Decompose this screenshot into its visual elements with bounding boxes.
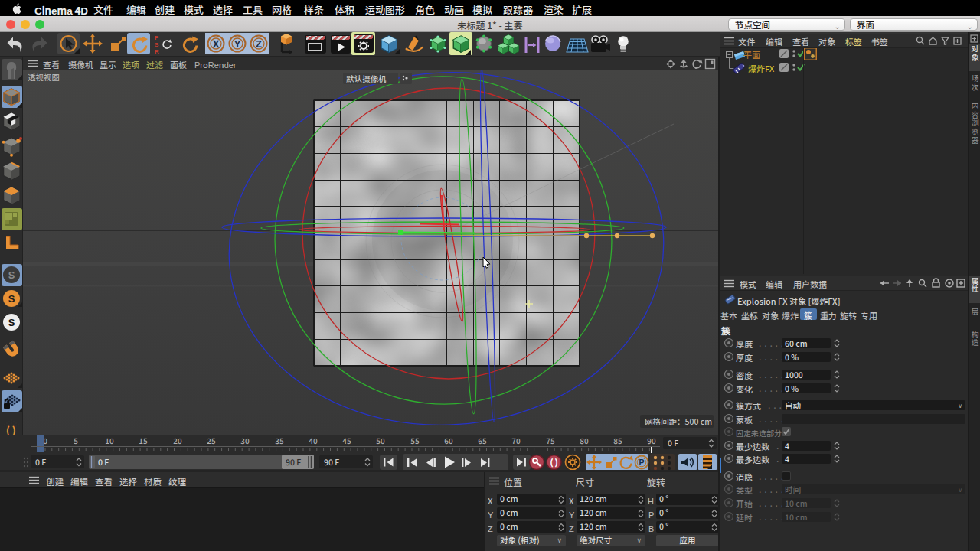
svg-text:5: 5 xyxy=(74,435,78,446)
svg-text:80: 80 xyxy=(580,435,589,446)
svg-text:0 F: 0 F xyxy=(35,456,46,468)
svg-text:30: 30 xyxy=(240,435,250,446)
svg-text:60: 60 xyxy=(444,435,453,446)
svg-text:X: X xyxy=(212,36,219,51)
svg-text:10: 10 xyxy=(105,435,114,446)
svg-text:90 F: 90 F xyxy=(286,456,301,468)
svg-text:15: 15 xyxy=(139,435,148,446)
svg-text:40: 40 xyxy=(309,435,318,446)
svg-text:网格间距：500 cm: 网格间距：500 cm xyxy=(645,416,712,427)
svg-text:20: 20 xyxy=(173,435,182,446)
svg-text:Y: Y xyxy=(234,36,241,51)
svg-text:55: 55 xyxy=(410,435,420,446)
svg-text:S: S xyxy=(8,315,15,329)
svg-text:0 F: 0 F xyxy=(98,456,109,468)
svg-text:45: 45 xyxy=(342,435,351,446)
svg-text:70: 70 xyxy=(511,435,521,446)
svg-text:Z: Z xyxy=(256,36,262,51)
svg-text:50: 50 xyxy=(376,435,385,446)
svg-text:85: 85 xyxy=(613,435,622,446)
svg-text:0 F: 0 F xyxy=(668,437,678,448)
svg-text:透视视图: 透视视图 xyxy=(28,71,60,83)
svg-text:90: 90 xyxy=(647,435,656,446)
svg-text:R: R xyxy=(155,47,159,55)
svg-text:25: 25 xyxy=(207,435,216,446)
svg-text:S: S xyxy=(8,267,15,282)
svg-text:S: S xyxy=(8,291,15,305)
svg-text:P: P xyxy=(639,456,644,468)
svg-text:65: 65 xyxy=(478,435,487,446)
svg-text:默认摄像机: 默认摄像机 xyxy=(346,73,387,84)
svg-text:75: 75 xyxy=(546,435,555,446)
svg-text:( ): ( ) xyxy=(550,455,557,468)
svg-text:35: 35 xyxy=(275,435,284,446)
svg-text:90 F: 90 F xyxy=(324,456,339,468)
